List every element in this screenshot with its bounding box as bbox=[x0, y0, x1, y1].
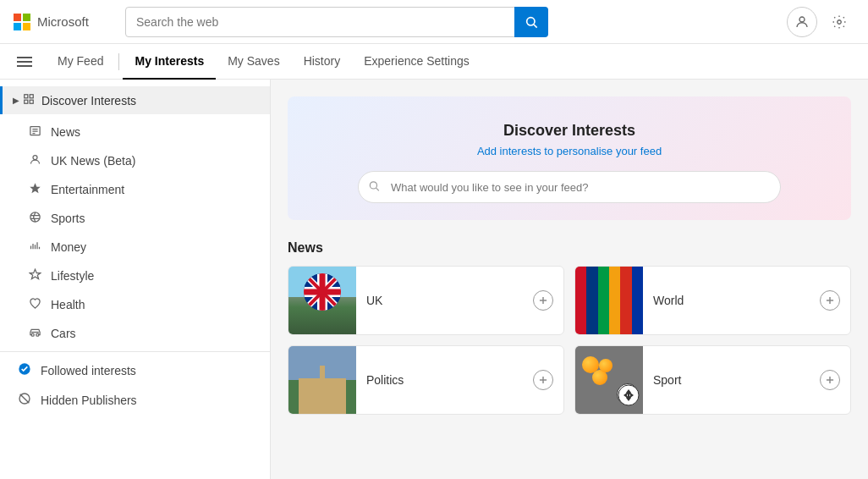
health-icon bbox=[27, 297, 42, 312]
entertainment-icon bbox=[27, 182, 42, 197]
search-button[interactable] bbox=[514, 7, 548, 37]
sidebar-item-money[interactable]: Money bbox=[0, 233, 270, 262]
sport-card-info: Sport bbox=[643, 370, 850, 390]
uk-card-label: UK bbox=[366, 294, 382, 307]
header-actions bbox=[787, 7, 854, 37]
discover-banner: Discover Interests Add interests to pers… bbox=[288, 96, 851, 220]
sidebar: ▶ Discover Interests News bbox=[0, 80, 271, 479]
sidebar-section-icon bbox=[23, 93, 35, 107]
sidebar-item-entertainment[interactable]: Entertainment bbox=[0, 175, 270, 204]
world-card-info: World bbox=[643, 290, 850, 311]
sidebar-divider bbox=[0, 351, 270, 352]
interest-card-world[interactable]: World bbox=[574, 266, 851, 335]
uk-news-icon bbox=[27, 153, 42, 168]
nav-item-my-saves[interactable]: My Saves bbox=[216, 44, 291, 80]
nav-item-experience-settings[interactable]: Experience Settings bbox=[352, 44, 481, 80]
settings-button[interactable] bbox=[824, 7, 854, 37]
politics-card-label: Politics bbox=[366, 373, 404, 387]
sidebar-section-label: Discover Interests bbox=[41, 94, 136, 107]
svg-line-26 bbox=[376, 188, 379, 190]
nav-bar: My Feed My Interests My Saves History Ex… bbox=[0, 44, 868, 80]
header: Microsoft bbox=[0, 0, 868, 44]
interest-card-sport[interactable]: Sport bbox=[574, 345, 851, 415]
sidebar-item-sports[interactable]: Sports bbox=[0, 204, 270, 233]
nav-separator bbox=[118, 53, 119, 70]
uk-card-add-button[interactable] bbox=[533, 290, 553, 311]
sidebar-item-news-label: News bbox=[51, 125, 80, 139]
uk-card-image bbox=[288, 267, 356, 334]
politics-card-image bbox=[288, 346, 356, 414]
sidebar-item-uk-news[interactable]: UK News (Beta) bbox=[0, 146, 270, 175]
svg-point-25 bbox=[370, 182, 376, 189]
sidebar-item-sports-label: Sports bbox=[51, 212, 85, 225]
news-icon bbox=[27, 124, 42, 140]
sidebar-section-header[interactable]: ▶ Discover Interests bbox=[0, 86, 270, 114]
sidebar-item-uk-news-label: UK News (Beta) bbox=[51, 154, 135, 168]
sidebar-item-cars-label: Cars bbox=[51, 327, 76, 340]
svg-line-1 bbox=[534, 25, 537, 28]
banner-subtitle: Add interests to personalise your feed bbox=[305, 145, 834, 157]
politics-card-add-button[interactable] bbox=[533, 370, 553, 390]
sidebar-item-followed-label: Followed interests bbox=[41, 364, 136, 377]
sidebar-item-health[interactable]: Health bbox=[0, 290, 270, 319]
microsoft-logo bbox=[14, 14, 30, 30]
sidebar-item-cars[interactable]: Cars bbox=[0, 319, 270, 348]
cars-icon bbox=[27, 326, 42, 341]
sidebar-chevron-icon: ▶ bbox=[13, 96, 19, 105]
search-input[interactable] bbox=[125, 7, 548, 37]
nav-item-my-interests[interactable]: My Interests bbox=[123, 44, 216, 80]
svg-point-0 bbox=[527, 17, 535, 25]
svg-point-20 bbox=[31, 333, 34, 336]
discover-search-icon bbox=[368, 180, 380, 195]
uk-card-info: UK bbox=[356, 290, 563, 311]
nav-item-my-feed[interactable]: My Feed bbox=[46, 44, 115, 80]
svg-line-24 bbox=[20, 394, 30, 404]
sport-card-add-button[interactable] bbox=[820, 370, 840, 390]
sports-icon bbox=[27, 211, 42, 226]
svg-point-2 bbox=[799, 17, 805, 22]
banner-title: Discover Interests bbox=[305, 122, 834, 140]
svg-rect-5 bbox=[30, 95, 33, 98]
discover-search bbox=[358, 171, 781, 203]
logo-area: Microsoft bbox=[14, 14, 115, 30]
sidebar-item-followed-interests[interactable]: Followed interests bbox=[0, 355, 270, 385]
world-card-add-button[interactable] bbox=[820, 290, 840, 311]
sidebar-item-hidden-label: Hidden Publishers bbox=[41, 394, 137, 407]
sport-card-label: Sport bbox=[653, 373, 681, 387]
sport-card-image bbox=[575, 346, 643, 414]
svg-point-12 bbox=[33, 156, 37, 160]
logo-text: Microsoft bbox=[37, 14, 89, 29]
lifestyle-icon bbox=[27, 268, 42, 284]
money-icon bbox=[27, 240, 42, 255]
svg-point-21 bbox=[36, 333, 38, 336]
world-card-image bbox=[575, 267, 643, 334]
content-area: Discover Interests Add interests to pers… bbox=[271, 80, 868, 479]
sidebar-item-lifestyle[interactable]: Lifestyle bbox=[0, 262, 270, 290]
sidebar-item-hidden-publishers[interactable]: Hidden Publishers bbox=[0, 385, 270, 415]
nav-item-history[interactable]: History bbox=[292, 44, 353, 80]
sidebar-item-health-label: Health bbox=[51, 298, 85, 311]
sidebar-item-lifestyle-label: Lifestyle bbox=[51, 269, 94, 283]
hamburger-menu[interactable] bbox=[14, 53, 36, 70]
svg-point-3 bbox=[838, 19, 842, 24]
world-card-label: World bbox=[653, 294, 684, 307]
search-bar bbox=[125, 7, 548, 37]
svg-rect-7 bbox=[30, 100, 33, 103]
svg-marker-13 bbox=[30, 183, 41, 193]
svg-rect-6 bbox=[25, 100, 28, 103]
politics-card-info: Politics bbox=[356, 370, 563, 390]
svg-rect-4 bbox=[25, 95, 28, 98]
interest-cards-grid: UK bbox=[288, 266, 851, 415]
sidebar-item-money-label: Money bbox=[51, 240, 86, 254]
interest-card-politics[interactable]: Politics bbox=[288, 345, 564, 415]
discover-search-input[interactable] bbox=[358, 171, 781, 203]
main-content: ▶ Discover Interests News bbox=[0, 80, 868, 479]
followed-interests-icon bbox=[17, 362, 32, 378]
interest-card-uk[interactable]: UK bbox=[288, 266, 564, 335]
hidden-publishers-icon bbox=[17, 392, 32, 408]
sidebar-item-entertainment-label: Entertainment bbox=[51, 183, 124, 196]
user-profile-button[interactable] bbox=[787, 7, 817, 37]
news-section-title: News bbox=[288, 240, 851, 256]
sidebar-item-news[interactable]: News bbox=[0, 118, 270, 146]
